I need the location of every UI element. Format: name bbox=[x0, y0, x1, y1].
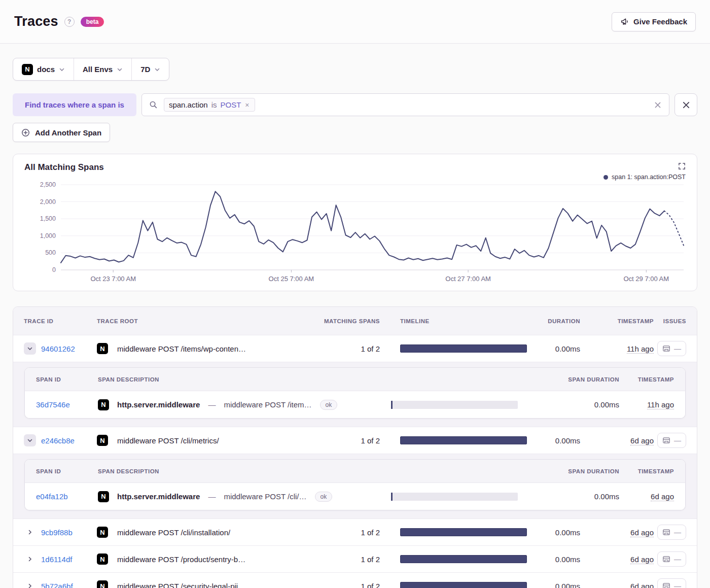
expand-trace-button[interactable] bbox=[24, 580, 36, 588]
fullscreen-icon[interactable] bbox=[678, 162, 686, 170]
page-title: Traces bbox=[14, 14, 58, 29]
trace-duration: 0.00ms bbox=[524, 436, 580, 445]
col-span-description: Span Description bbox=[98, 468, 391, 474]
date-range-filter[interactable]: 7D bbox=[132, 58, 169, 80]
trace-id-link[interactable]: 9cb9f88b bbox=[41, 528, 73, 537]
matching-spans-count: 1 of 2 bbox=[319, 582, 380, 588]
issues-button[interactable]: — bbox=[657, 433, 686, 448]
timeline-bar bbox=[400, 436, 527, 444]
chevron-down-icon bbox=[117, 66, 123, 73]
trace-timestamp: 6d ago bbox=[580, 582, 654, 588]
traces-table: Trace ID Trace Root Matching Spans Timel… bbox=[13, 306, 697, 588]
nextjs-platform-icon: N bbox=[22, 64, 33, 75]
span-timestamp: 6d ago bbox=[619, 492, 674, 501]
trace-root-text: middleware POST /items/wp-conten… bbox=[117, 344, 246, 353]
col-trace-id: Trace ID bbox=[24, 318, 97, 324]
token-value: POST bbox=[221, 100, 241, 109]
col-span-duration: Span Duration bbox=[518, 468, 619, 474]
span-op: http.server.middleware bbox=[117, 492, 200, 501]
span-row: e04fa12bNhttp.server.middleware—middlewa… bbox=[25, 483, 685, 510]
timeline-bar bbox=[400, 528, 527, 536]
search-filter-token[interactable]: span.action is POST × bbox=[164, 98, 255, 112]
help-icon[interactable]: ? bbox=[64, 17, 75, 27]
col-trace-root: Trace Root bbox=[97, 318, 319, 324]
nextjs-platform-icon: N bbox=[98, 491, 109, 502]
timeline-bar bbox=[400, 582, 527, 588]
span-description: middleware POST /cli/… bbox=[224, 492, 306, 501]
span-status-badge: ok bbox=[315, 492, 333, 502]
trace-timestamp: 6d ago bbox=[580, 528, 654, 537]
expand-trace-button[interactable] bbox=[24, 526, 36, 538]
issues-tray-icon bbox=[662, 582, 670, 588]
svg-text:500: 500 bbox=[45, 249, 56, 256]
svg-text:2,000: 2,000 bbox=[40, 198, 56, 205]
col-span-timestamp: Timestamp bbox=[619, 376, 674, 383]
page-filter-bar: N docs All Envs 7D bbox=[13, 58, 169, 81]
chevron-down-icon bbox=[59, 66, 65, 73]
svg-text:Oct 25 7:00 AM: Oct 25 7:00 AM bbox=[269, 275, 314, 283]
span-search-input[interactable]: span.action is POST × bbox=[141, 93, 669, 116]
trace-timestamp: 6d ago bbox=[580, 436, 654, 445]
svg-text:Oct 27 7:00 AM: Oct 27 7:00 AM bbox=[445, 275, 491, 283]
issues-button[interactable]: — bbox=[657, 341, 686, 356]
collapse-trace-button[interactable] bbox=[24, 342, 36, 355]
clear-search-icon[interactable] bbox=[654, 101, 662, 109]
chart-title: All Matching Spans bbox=[24, 162, 104, 172]
issues-tray-icon bbox=[662, 436, 670, 444]
trace-id-link[interactable]: 1d6114df bbox=[41, 555, 72, 564]
token-key: span.action bbox=[169, 100, 208, 109]
trace-id-link[interactable]: e246cb8e bbox=[41, 436, 75, 445]
trace-root-text: middleware POST /security-legal-pii… bbox=[117, 582, 245, 588]
expanded-spans-section: Span IDSpan DescriptionSpan DurationTime… bbox=[13, 454, 697, 518]
svg-text:2,500: 2,500 bbox=[40, 181, 56, 188]
no-issues-dash: — bbox=[674, 582, 681, 588]
legend-label: span 1: span.action:POST bbox=[612, 174, 686, 181]
trace-row: 94601262Nmiddleware POST /items/wp-conte… bbox=[13, 335, 697, 362]
col-duration: Duration bbox=[524, 318, 580, 324]
give-feedback-button[interactable]: Give Feedback bbox=[612, 12, 696, 31]
trace-row: 5b72a6bfNmiddleware POST /security-legal… bbox=[13, 572, 697, 588]
trace-root-text: middleware POST /cli/installation/ bbox=[117, 528, 230, 537]
chart-legend[interactable]: span 1: span.action:POST bbox=[24, 174, 686, 181]
trace-duration: 0.00ms bbox=[524, 555, 580, 564]
trace-id-link[interactable]: 5b72a6bf bbox=[41, 582, 73, 588]
issues-button[interactable]: — bbox=[657, 551, 686, 567]
svg-text:Oct 29 7:00 AM: Oct 29 7:00 AM bbox=[623, 275, 669, 283]
remove-span-filter-button[interactable] bbox=[674, 93, 697, 116]
environment-filter-label: All Envs bbox=[83, 65, 113, 74]
issues-button[interactable]: — bbox=[657, 525, 686, 540]
environment-filter[interactable]: All Envs bbox=[74, 58, 131, 80]
matching-spans-count: 1 of 2 bbox=[319, 528, 380, 537]
date-range-label: 7D bbox=[140, 65, 150, 74]
collapse-trace-button[interactable] bbox=[24, 434, 36, 446]
trace-duration: 0.00ms bbox=[524, 582, 580, 588]
span-id-link[interactable]: e04fa12b bbox=[36, 492, 68, 501]
span-timeline-bar bbox=[391, 493, 518, 501]
timeline-bar bbox=[400, 555, 527, 563]
trace-id-link[interactable]: 94601262 bbox=[41, 344, 75, 353]
nextjs-platform-icon: N bbox=[97, 554, 108, 565]
issues-button[interactable]: — bbox=[657, 578, 686, 588]
span-status-badge: ok bbox=[320, 400, 338, 410]
megaphone-icon bbox=[620, 17, 629, 26]
legend-dot-icon bbox=[604, 175, 608, 180]
trace-duration: 0.00ms bbox=[524, 528, 580, 537]
remove-token-icon[interactable]: × bbox=[244, 101, 250, 109]
svg-text:Oct 23 7:00 AM: Oct 23 7:00 AM bbox=[90, 275, 136, 283]
expand-trace-button[interactable] bbox=[24, 553, 36, 565]
spans-line-chart[interactable]: 05001,0001,5002,0002,500Oct 23 7:00 AMOc… bbox=[24, 181, 686, 287]
span-id-link[interactable]: 36d7546e bbox=[36, 400, 70, 409]
svg-text:1,000: 1,000 bbox=[40, 232, 56, 239]
trace-root-text: middleware POST /cli/metrics/ bbox=[117, 436, 219, 445]
span-description: middleware POST /item… bbox=[224, 400, 311, 409]
add-span-row: Add Another Span bbox=[13, 123, 697, 142]
project-filter[interactable]: N docs bbox=[13, 58, 74, 80]
issues-tray-icon bbox=[662, 528, 670, 536]
svg-text:1,500: 1,500 bbox=[40, 215, 56, 222]
find-traces-label: Find traces where a span is bbox=[13, 93, 136, 116]
add-another-span-button[interactable]: Add Another Span bbox=[13, 123, 110, 142]
col-timeline: Timeline bbox=[380, 318, 524, 324]
spans-table-header: Span IDSpan DescriptionSpan DurationTime… bbox=[25, 368, 685, 391]
issues-tray-icon bbox=[662, 344, 670, 353]
trace-timestamp: 11h ago bbox=[580, 344, 654, 353]
